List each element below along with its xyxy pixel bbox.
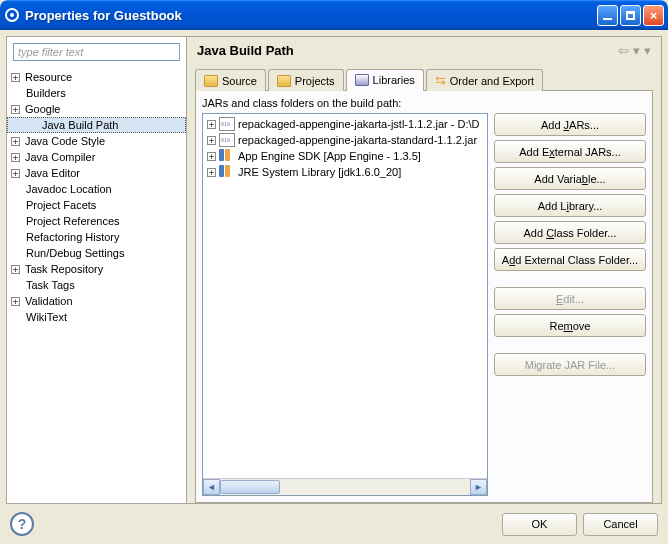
nav-item-refactoring-history[interactable]: Refactoring History (7, 229, 186, 245)
nav-item-label: Run/Debug Settings (24, 247, 126, 259)
nav-item-label: Builders (24, 87, 68, 99)
library-item-label: repackaged-appengine-jakarta-jstl-1.1.2.… (238, 118, 480, 130)
section-label: JARs and class folders on the build path… (202, 97, 646, 109)
edit-button[interactable]: Edit... (494, 287, 646, 310)
help-button[interactable]: ? (10, 512, 34, 536)
libraries-tree[interactable]: +repackaged-appengine-jakarta-jstl-1.1.2… (202, 113, 488, 496)
nav-item-java-compiler[interactable]: +Java Compiler (7, 149, 186, 165)
nav-item-resource[interactable]: +Resource (7, 69, 186, 85)
maximize-button[interactable] (620, 5, 641, 26)
title-bar: Properties for Guestbook × (0, 0, 668, 30)
migrate-jar-button[interactable]: Migrate JAR File... (494, 353, 646, 376)
expand-icon[interactable]: + (207, 152, 216, 161)
folder-icon (277, 75, 291, 87)
nav-item-label: Validation (23, 295, 75, 307)
close-button[interactable]: × (643, 5, 664, 26)
tab-libraries[interactable]: Libraries (346, 69, 424, 91)
scroll-thumb[interactable] (220, 480, 280, 494)
app-icon (4, 7, 20, 23)
arrow-icon: ⇆ (435, 73, 446, 88)
back-icon[interactable]: ⇦ (618, 43, 629, 58)
nav-item-task-tags[interactable]: Task Tags (7, 277, 186, 293)
nav-item-label: Java Build Path (40, 119, 120, 131)
nav-item-label: Resource (23, 71, 74, 83)
add-class-folder-button[interactable]: Add Class Folder... (494, 221, 646, 244)
tab-projects[interactable]: Projects (268, 69, 344, 91)
nav-item-label: Project Facets (24, 199, 98, 211)
nav-item-task-repository[interactable]: +Task Repository (7, 261, 186, 277)
library-icon (219, 165, 235, 179)
nav-item-project-references[interactable]: Project References (7, 213, 186, 229)
nav-item-label: WikiText (24, 311, 69, 323)
library-item-label: repackaged-appengine-jakarta-standard-1.… (238, 134, 477, 146)
expand-icon[interactable]: + (11, 137, 20, 146)
nav-item-google[interactable]: +Google (7, 101, 186, 117)
nav-item-label: Task Tags (24, 279, 77, 291)
nav-item-java-build-path[interactable]: Java Build Path (7, 117, 186, 133)
horizontal-scrollbar[interactable]: ◄ ► (203, 478, 487, 495)
menu-icon[interactable]: ▾ (644, 43, 651, 58)
tab-bar: Source Projects Libraries ⇆Order and Exp… (195, 68, 653, 90)
expand-icon[interactable]: + (11, 169, 20, 178)
forward-icon[interactable]: ▾ (633, 43, 640, 58)
add-library-button[interactable]: Add Library... (494, 194, 646, 217)
navigation-panel: +ResourceBuilders+GoogleJava Build Path+… (7, 37, 187, 503)
nav-item-java-editor[interactable]: +Java Editor (7, 165, 186, 181)
nav-item-label: Java Compiler (23, 151, 97, 163)
nav-item-wikitext[interactable]: WikiText (7, 309, 186, 325)
add-external-class-folder-button[interactable]: Add External Class Folder... (494, 248, 646, 271)
nav-item-builders[interactable]: Builders (7, 85, 186, 101)
library-item[interactable]: +repackaged-appengine-jakarta-standard-1… (205, 132, 485, 148)
add-variable-button[interactable]: Add Variable... (494, 167, 646, 190)
nav-item-label: Java Editor (23, 167, 82, 179)
expand-icon[interactable]: + (207, 120, 216, 129)
expand-icon[interactable]: + (207, 136, 216, 145)
tab-order-export[interactable]: ⇆Order and Export (426, 69, 543, 91)
nav-item-validation[interactable]: +Validation (7, 293, 186, 309)
cancel-button[interactable]: Cancel (583, 513, 658, 536)
library-item-label: JRE System Library [jdk1.6.0_20] (238, 166, 401, 178)
jar-icon (355, 74, 369, 86)
nav-item-label: Google (23, 103, 62, 115)
add-external-jars-button[interactable]: Add External JARs... (494, 140, 646, 163)
ok-button[interactable]: OK (502, 513, 577, 536)
add-jars-button[interactable]: Add JARs... (494, 113, 646, 136)
nav-item-label: Task Repository (23, 263, 105, 275)
expand-icon[interactable]: + (11, 105, 20, 114)
expand-icon[interactable]: + (11, 73, 20, 82)
library-item[interactable]: +App Engine SDK [App Engine - 1.3.5] (205, 148, 485, 164)
nav-item-label: Refactoring History (24, 231, 122, 243)
nav-item-run-debug-settings[interactable]: Run/Debug Settings (7, 245, 186, 261)
library-item[interactable]: +repackaged-appengine-jakarta-jstl-1.1.2… (205, 116, 485, 132)
jar-file-icon (219, 117, 235, 131)
library-item-label: App Engine SDK [App Engine - 1.3.5] (238, 150, 421, 162)
filter-input[interactable] (13, 43, 180, 61)
nav-item-label: Javadoc Location (24, 183, 114, 195)
nav-item-java-code-style[interactable]: +Java Code Style (7, 133, 186, 149)
jar-file-icon (219, 133, 235, 147)
svg-point-1 (10, 13, 14, 17)
nav-item-javadoc-location[interactable]: Javadoc Location (7, 181, 186, 197)
tab-source[interactable]: Source (195, 69, 266, 91)
library-icon (219, 149, 235, 163)
scroll-left-button[interactable]: ◄ (203, 479, 220, 495)
library-item[interactable]: +JRE System Library [jdk1.6.0_20] (205, 164, 485, 180)
remove-button[interactable]: Remove (494, 314, 646, 337)
window-title: Properties for Guestbook (25, 8, 597, 23)
expand-icon[interactable]: + (11, 297, 20, 306)
nav-item-label: Project References (24, 215, 122, 227)
expand-icon[interactable]: + (11, 153, 20, 162)
expand-icon[interactable]: + (11, 265, 20, 274)
nav-item-label: Java Code Style (23, 135, 107, 147)
page-title: Java Build Path (197, 43, 614, 58)
scroll-right-button[interactable]: ► (470, 479, 487, 495)
nav-item-project-facets[interactable]: Project Facets (7, 197, 186, 213)
nav-tree[interactable]: +ResourceBuilders+GoogleJava Build Path+… (7, 67, 186, 503)
folder-icon (204, 75, 218, 87)
minimize-button[interactable] (597, 5, 618, 26)
expand-icon[interactable]: + (207, 168, 216, 177)
